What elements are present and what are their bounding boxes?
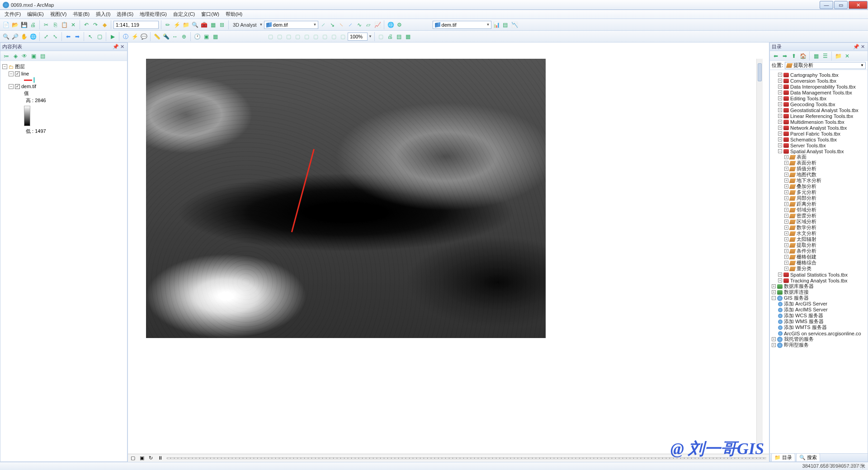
undo-icon[interactable]: ↶	[82, 21, 90, 29]
separator	[106, 32, 106, 41]
copy-icon[interactable]: ⎘	[51, 21, 59, 29]
hyperlink-icon[interactable]: ⚡	[131, 33, 139, 41]
menu-selection[interactable]: 选择(S)	[114, 10, 136, 19]
g5-icon[interactable]: ▢	[302, 33, 311, 41]
separator	[39, 20, 40, 29]
time-slider-icon[interactable]: 🕐	[193, 33, 201, 41]
separator	[111, 20, 111, 29]
separator	[150, 32, 151, 41]
second-layer-dropdown[interactable]: dem.tif ▼	[433, 21, 491, 29]
scale-input[interactable]	[113, 21, 159, 29]
fixed-zoom-in-icon[interactable]: ⤢	[42, 33, 50, 41]
separator	[80, 20, 80, 29]
tools-toolbar: 🔍 🔎 ✋ 🌐 ⤢ ⤡ ⬅ ➡ ↖ ▢ ▶ ⓘ ⚡ 💬 📏 🔦 ↔ ⊕ 🕐 ▣ …	[0, 31, 868, 42]
steepest-icon[interactable]: ↘	[328, 21, 336, 29]
menu-help[interactable]: 帮助(H)	[223, 10, 245, 19]
window-titlebar: 0069.mxd - ArcMap — ▭ ✕	[0, 0, 868, 10]
g11-icon[interactable]: ▦	[404, 33, 412, 41]
export-icon[interactable]: ▤	[395, 33, 403, 41]
profile-icon[interactable]: 📈	[373, 21, 382, 29]
classify-icon[interactable]: ▤	[501, 21, 509, 29]
search-icon[interactable]: 🔍	[191, 21, 199, 29]
g8-icon[interactable]: ▢	[330, 33, 338, 41]
print-icon[interactable]: 🖨	[29, 21, 37, 29]
menu-view[interactable]: 视图(V)	[47, 10, 70, 19]
menu-bar: 文件(F) 编辑(E) 视图(V) 书签(B) 插入(I) 选择(S) 地理处理…	[0, 10, 868, 19]
editor-icon[interactable]: ✏	[164, 21, 172, 29]
g2-icon[interactable]: ▢	[275, 33, 283, 41]
select-features-icon[interactable]: ↖	[86, 33, 94, 41]
close-button[interactable]: ✕	[849, 1, 868, 9]
zoom-out-icon[interactable]: 🔎	[11, 33, 19, 41]
g3-icon[interactable]: ▢	[284, 33, 292, 41]
forward-icon[interactable]: ➡	[73, 33, 81, 41]
analyst-layer-dropdown[interactable]: dem.tif ▼	[264, 21, 318, 29]
menu-bookmarks[interactable]: 书签(B)	[70, 10, 92, 19]
g4-icon[interactable]: ▢	[293, 33, 302, 41]
html-popup-icon[interactable]: 💬	[140, 33, 148, 41]
interpolate-line-icon[interactable]: ∿	[355, 21, 363, 29]
goto-xy-icon[interactable]: ⊕	[180, 33, 188, 41]
menu-geoprocessing[interactable]: 地理处理(G)	[137, 10, 170, 19]
catalog-icon[interactable]: 📁	[182, 21, 190, 29]
separator	[374, 32, 375, 41]
menu-window[interactable]: 窗口(W)	[198, 10, 222, 19]
menu-edit[interactable]: 编辑(E)	[24, 10, 47, 19]
back-icon[interactable]: ⬅	[64, 33, 72, 41]
los-icon[interactable]: ⟍	[337, 21, 345, 29]
separator	[190, 32, 191, 41]
open-icon[interactable]: 📂	[11, 21, 19, 29]
save-icon[interactable]: 💾	[20, 21, 28, 29]
app-icon	[3, 2, 9, 8]
add-data-icon[interactable]: ◆	[100, 21, 108, 29]
new-icon[interactable]: 📄	[2, 21, 10, 29]
g9-icon[interactable]: ▢	[339, 33, 347, 41]
redo-icon[interactable]: ↷	[91, 21, 99, 29]
separator	[84, 32, 84, 41]
python-icon[interactable]: ▦	[209, 21, 217, 29]
globe-icon[interactable]: 🌐	[387, 21, 395, 29]
menu-insert[interactable]: 插入(I)	[93, 10, 113, 19]
separator	[161, 20, 161, 29]
select-elements-icon[interactable]: ▶	[108, 33, 117, 41]
interpolate-poly-icon[interactable]: ▱	[364, 21, 373, 29]
options-icon[interactable]: ⚙	[396, 21, 404, 29]
sig-icon[interactable]: 📉	[510, 21, 519, 29]
3d-analyst-label: 3D Analyst	[231, 22, 259, 28]
clear-selection-icon[interactable]: ▢	[95, 33, 104, 41]
g10-icon[interactable]: ▢	[377, 33, 385, 41]
menu-file[interactable]: 文件(F)	[2, 10, 24, 19]
viewer-icon[interactable]: ▦	[211, 33, 219, 41]
find-icon[interactable]: 🔦	[162, 33, 170, 41]
toolbox-icon[interactable]: 🧰	[200, 21, 208, 29]
tool-icon[interactable]: ⚡	[173, 21, 181, 29]
cut-icon[interactable]: ✂	[42, 21, 50, 29]
create-viewer-icon[interactable]: ▣	[202, 33, 210, 41]
zoom-pct-input[interactable]	[348, 33, 368, 41]
separator	[39, 32, 40, 41]
point-icon[interactable]: ⟋	[346, 21, 354, 29]
paste-icon[interactable]: 📋	[60, 21, 68, 29]
g7-icon[interactable]: ▢	[321, 33, 329, 41]
fixed-zoom-out-icon[interactable]: ⤡	[51, 33, 59, 41]
identify-icon[interactable]: ⓘ	[122, 33, 130, 41]
g1-icon[interactable]: ▢	[266, 33, 274, 41]
delete-icon[interactable]: ✕	[69, 21, 77, 29]
find-route-icon[interactable]: ↔	[171, 33, 179, 41]
printer2-icon[interactable]: 🖨	[386, 33, 394, 41]
separator	[119, 32, 119, 41]
hist-icon[interactable]: 📊	[492, 21, 500, 29]
menu-customize[interactable]: 自定义(C)	[170, 10, 198, 19]
contour-icon[interactable]: ⟋	[319, 21, 327, 29]
second-layer-value: dem.tif	[442, 22, 457, 28]
g6-icon[interactable]: ▢	[311, 33, 320, 41]
full-extent-icon[interactable]: 🌐	[29, 33, 37, 41]
measure-icon[interactable]: 📏	[153, 33, 161, 41]
window-title: 0069.mxd - ArcMap	[11, 2, 819, 8]
minimize-button[interactable]: —	[820, 1, 833, 9]
model-icon[interactable]: ⊞	[218, 21, 226, 29]
maximize-button[interactable]: ▭	[834, 1, 848, 9]
zoom-in-icon[interactable]: 🔍	[2, 33, 10, 41]
separator	[228, 20, 229, 29]
pan-icon[interactable]: ✋	[20, 33, 28, 41]
